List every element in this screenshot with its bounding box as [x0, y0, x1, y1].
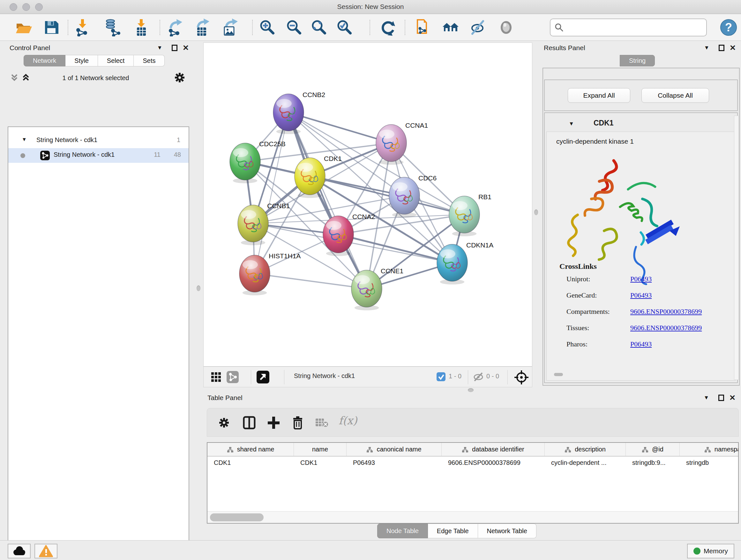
export-image-icon[interactable] [222, 18, 240, 37]
collection-disclosure-icon[interactable]: ▼ [22, 137, 27, 142]
results-panel-close-icon[interactable]: ✕ [730, 44, 736, 52]
delete-column-trash-icon[interactable] [291, 415, 304, 429]
hide-selected-icon[interactable] [469, 18, 487, 37]
zoom-out-icon[interactable] [285, 18, 303, 37]
network-node-HIST1H1A[interactable]: HIST1H1A [239, 252, 300, 295]
crosslink-label: Uniprot: [566, 275, 590, 283]
delete-table-icon[interactable] [315, 417, 329, 428]
network-share-view-icon[interactable] [226, 371, 239, 383]
network-node-CCNA1[interactable]: CCNA1 [376, 122, 428, 165]
table-panel-float-icon[interactable]: ▼ [704, 395, 709, 401]
import-network-icon[interactable] [74, 18, 91, 37]
table-hscroll-thumb[interactable] [210, 513, 264, 521]
network-node-RB1[interactable]: RB1 [449, 193, 491, 236]
column-header-description[interactable]: description [545, 443, 626, 456]
network-node-CCNE1[interactable]: CCNE1 [351, 267, 403, 310]
table-gear-icon[interactable] [219, 417, 229, 428]
tab-sets[interactable]: Sets [134, 55, 165, 66]
export-table-icon[interactable] [194, 18, 212, 37]
export-network-icon[interactable] [167, 18, 185, 37]
results-hscroll-thumb[interactable] [554, 373, 563, 376]
table-panel-maximize-icon[interactable] [718, 395, 724, 401]
tab-string[interactable]: String [620, 55, 655, 66]
tab-style[interactable]: Style [65, 55, 98, 66]
crosslink-link[interactable]: P06493 [630, 291, 652, 300]
column-label: description [575, 446, 606, 453]
entry-disclosure-icon[interactable]: ▼ [569, 121, 574, 127]
network-collection-row[interactable]: ▼ String Network - cdk1 1 [8, 133, 189, 148]
birdseye-view-icon[interactable] [257, 371, 269, 383]
network-from-document-icon[interactable] [414, 18, 432, 37]
control-panel-maximize-icon[interactable] [172, 45, 178, 51]
network-row-selected[interactable]: String Network - cdk1 11 48 [8, 148, 189, 163]
zoom-selected-icon[interactable] [336, 18, 354, 37]
control-panel-close-icon[interactable]: ✕ [183, 44, 189, 52]
results-panel-maximize-icon[interactable] [719, 45, 724, 51]
control-panel-float-icon[interactable]: ▼ [157, 45, 162, 51]
tab-select[interactable]: Select [98, 55, 134, 66]
selected-checkbox-icon[interactable] [436, 372, 446, 381]
network-canvas[interactable]: CCNB2CCNA1CDC25BCDK1CDC6RB1CCNB1CCNA2CDK… [203, 43, 532, 367]
network-node-CCNB2[interactable]: CCNB2 [273, 91, 325, 134]
table-panel-close-icon[interactable]: ✕ [729, 393, 736, 402]
crosslink-link[interactable]: 9606.ENSP00000378699 [630, 324, 702, 332]
column-header-canonical-name[interactable]: canonical name [347, 443, 442, 456]
save-session-icon[interactable] [43, 18, 60, 37]
network-node-CCNB1[interactable]: CCNB1 [238, 202, 290, 245]
welcome-screen-icon[interactable] [442, 18, 460, 37]
network-node-CDC6[interactable]: CDC6 [389, 174, 436, 217]
zoom-fit-icon[interactable] [310, 18, 328, 37]
results-scrollbar[interactable] [734, 116, 739, 380]
hidden-eye-icon[interactable] [473, 372, 484, 381]
table-hscrollbar[interactable] [207, 511, 738, 523]
open-session-icon[interactable] [15, 18, 32, 37]
tab-node-table[interactable]: Node Table [377, 523, 428, 538]
column-header-database-identifier[interactable]: database identifier [442, 443, 545, 456]
tab-network[interactable]: Network [23, 55, 65, 66]
search-input[interactable] [564, 21, 706, 34]
network-node-count: 11 [154, 151, 160, 159]
crosslink-link[interactable]: P06493 [630, 275, 652, 283]
tab-network-table[interactable]: Network Table [478, 523, 536, 538]
network-status-dot-icon [20, 153, 25, 158]
tab-edge-table[interactable]: Edge Table [428, 523, 478, 538]
column-label: @id [652, 446, 664, 453]
import-network-from-database-icon[interactable] [104, 18, 121, 37]
left-splitter-grip[interactable] [197, 286, 200, 291]
memory-button[interactable]: Memory [687, 544, 734, 558]
sort-hierarchy-icon [462, 447, 468, 452]
column-header-shared-name[interactable]: shared name [207, 443, 294, 456]
search-icon [554, 23, 564, 32]
network-node-CDKN1A[interactable]: CDKN1A [437, 241, 493, 285]
column-header--id[interactable]: @id [626, 443, 680, 456]
crosshair-icon[interactable] [514, 370, 529, 385]
sort-hierarchy-icon [366, 447, 373, 452]
collapse-all-button[interactable]: Collapse All [642, 88, 709, 103]
right-splitter-grip[interactable] [534, 209, 538, 215]
show-columns-icon[interactable] [243, 416, 256, 429]
column-header-name[interactable]: name [294, 443, 347, 456]
zoom-in-icon[interactable] [259, 18, 276, 37]
results-panel-float-icon[interactable]: ▼ [704, 45, 710, 51]
crosslink-row: Uniprot:P06493 [566, 275, 732, 291]
add-column-icon[interactable] [267, 416, 280, 429]
network-node-label-CCNE1: CCNE1 [381, 267, 403, 274]
help-button[interactable]: ? [720, 18, 738, 37]
network-options-gear-icon[interactable] [174, 72, 185, 83]
function-builder-icon[interactable]: f(x) [339, 414, 357, 427]
show-all-icon[interactable] [497, 18, 515, 37]
table-row[interactable]: CDK1CDK1P064939606.ENSP00000378699cyclin… [207, 456, 738, 470]
crosslink-link[interactable]: 9606.ENSP00000378699 [630, 307, 702, 316]
network-node-label-CCNB1: CCNB1 [267, 202, 290, 209]
warning-button[interactable] [35, 544, 57, 558]
refresh-network-icon[interactable] [379, 18, 397, 37]
column-header-namespace[interactable]: namespace [680, 443, 739, 456]
crosslink-label: Pharos: [566, 340, 588, 348]
expand-all-button[interactable]: Expand All [568, 88, 630, 103]
grid-view-icon[interactable] [211, 372, 221, 382]
memory-status-dot-icon [693, 548, 700, 555]
import-table-icon[interactable] [132, 18, 150, 37]
bottom-splitter-grip[interactable] [468, 388, 474, 392]
cloud-button[interactable] [8, 544, 30, 558]
crosslink-link[interactable]: P06493 [630, 340, 652, 348]
